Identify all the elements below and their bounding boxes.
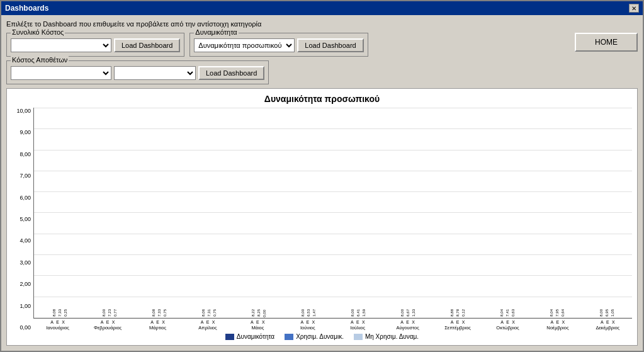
chart-container: Δυναμικότητα προσωπικού 10,009,008,007,0…	[6, 88, 638, 346]
bar	[505, 317, 510, 318]
month-bars: 8,006,951,05	[582, 309, 631, 318]
month-group: 8,006,411,59	[334, 309, 382, 318]
month-bars: 8,047,950,64	[533, 309, 581, 318]
bar	[101, 317, 106, 318]
month-name-label: Μάιος	[251, 325, 264, 331]
y-axis-label: 9,00	[20, 129, 31, 135]
bar-col: 7,33	[57, 309, 62, 318]
y-axis: 10,009,008,007,006,005,004,003,002,001,0…	[12, 108, 33, 331]
aex-label: A	[550, 320, 555, 324]
month-x-group: AEXΣεπτέμβριος	[433, 320, 482, 331]
month-x-group: AEXΔεκέμβριος	[584, 320, 632, 331]
bar-value-label: 0,25	[64, 309, 67, 317]
bar-col: 8,22	[251, 309, 256, 318]
dynamikotita-load-btn[interactable]: Load Dashboard	[297, 38, 363, 52]
bar-col: 7,31	[206, 309, 212, 318]
aex-label: E	[55, 320, 60, 324]
bar-value-label: 7,95	[555, 309, 559, 317]
bar-value-label: 8,00	[400, 309, 404, 317]
bar	[113, 317, 118, 318]
bar-col: 6,95	[604, 309, 609, 318]
bar	[212, 317, 217, 318]
bar-value-label: 8,08	[152, 309, 155, 317]
aex-label: A	[150, 320, 155, 324]
month-x-group: AEXΦεβρουάριος	[83, 320, 132, 331]
content-area: Επιλέξτε το Dashboard που επιθυμείτε να …	[1, 15, 643, 351]
kostos-apotheton-select1[interactable]	[11, 66, 111, 80]
home-button[interactable]: HOME	[575, 33, 638, 52]
legend-item: Δυναμικότητα	[225, 333, 274, 340]
bar-col: 8,06	[201, 309, 206, 318]
y-axis-label: 7,00	[20, 173, 31, 179]
main-window: Dashboards ✕ Επιλέξτε το Dashboard που ε…	[0, 0, 644, 352]
bar-value-label: 0,77	[113, 309, 117, 317]
dynamikotita-label: Δυναμικότητα	[194, 28, 238, 36]
aex-label: A	[249, 320, 254, 324]
bar	[356, 317, 361, 318]
bar-value-label: 8,04	[550, 309, 553, 317]
bar-col: 7,33	[157, 309, 162, 318]
month-name-label: Αύγουστος	[396, 325, 419, 331]
month-x-group: AEXΙούλιος	[334, 320, 382, 331]
month-x-group: AEXΙανουάριος	[33, 320, 82, 331]
bar-value-label: 6,41	[356, 309, 360, 317]
bar-col: 8,25	[256, 309, 261, 318]
bar-col: 8,00	[101, 309, 106, 318]
legend-color-box	[225, 334, 234, 340]
month-group: 8,047,410,63	[483, 309, 531, 318]
synoliko-kostos-load-btn[interactable]: Load Dashboard	[114, 38, 180, 52]
kostos-apotheton-load-btn[interactable]: Load Dashboard	[198, 66, 264, 80]
synoliko-kostos-select[interactable]	[11, 38, 111, 52]
bar-col: 8,08	[52, 309, 57, 318]
month-group: 8,087,330,75	[135, 309, 183, 318]
bar-value-label: 0,63	[511, 309, 515, 317]
bar	[449, 317, 455, 318]
month-x-group: AEXΜάρτιος	[133, 320, 182, 331]
bar	[400, 317, 405, 318]
chart-title: Δυναμικότητα προσωπικού	[12, 94, 632, 104]
aex-label: A	[200, 320, 205, 324]
legend-label: Χρησιμ. Δυναμικ.	[296, 333, 344, 340]
month-name-label: Σεπτέμβριος	[444, 325, 471, 331]
aex-label: X	[261, 320, 266, 324]
aex-label: X	[561, 320, 566, 324]
description-text: Επιλέξτε το Dashboard που επιθυμείτε να …	[6, 20, 638, 28]
month-name-label: Ιούνιος	[300, 325, 315, 331]
bar-value-label: 7,41	[506, 309, 509, 317]
bar	[560, 317, 565, 318]
month-bars: 8,006,411,59	[334, 309, 382, 318]
legend-item: Χρησιμ. Δυναμικ.	[285, 333, 344, 340]
month-group: 8,228,250,00	[234, 309, 283, 318]
bar-col: 8,04	[499, 309, 504, 318]
aex-label: X	[361, 320, 366, 324]
bar-col: 8,00	[599, 309, 604, 318]
month-name-label: Ιανουάριος	[46, 325, 69, 331]
bar-col: 6,41	[356, 309, 361, 318]
bar-value-label: 0,64	[561, 309, 565, 317]
aex-label: X	[611, 320, 616, 324]
bar	[599, 317, 604, 318]
bar-value-label: 8,00	[301, 309, 305, 317]
bar-col: 7,23	[107, 309, 112, 318]
close-button[interactable]: ✕	[629, 4, 639, 13]
y-axis-label: 8,00	[20, 151, 31, 157]
aex-label: E	[205, 320, 210, 324]
month-name-label: Μάρτιος	[149, 325, 166, 331]
aex-label: X	[61, 320, 66, 324]
aex-label: E	[605, 320, 610, 324]
bar-value-label: 1,47	[312, 309, 316, 317]
y-axis-label: 6,00	[20, 195, 31, 201]
kostos-apotheton-select2[interactable]	[114, 66, 196, 80]
kostos-apotheton-label: Κόστος Αποθέτων	[11, 56, 69, 64]
bar-value-label: 0,75	[213, 309, 217, 317]
bar-value-label: 7,33	[157, 309, 161, 317]
aex-label: X	[211, 320, 216, 324]
month-name-label: Νοέμβριος	[546, 325, 568, 331]
month-x-group: AEXΙούνιος	[283, 320, 332, 331]
bar-value-label: 8,08	[52, 309, 56, 317]
bar-col: 7,41	[505, 309, 510, 318]
month-bars: 8,087,330,75	[135, 309, 183, 318]
dynamikotita-select[interactable]: Δυναμικότητα προσωπικού	[194, 38, 295, 52]
bar-col: 8,00	[350, 309, 355, 318]
bar-value-label: 8,00	[102, 309, 106, 317]
